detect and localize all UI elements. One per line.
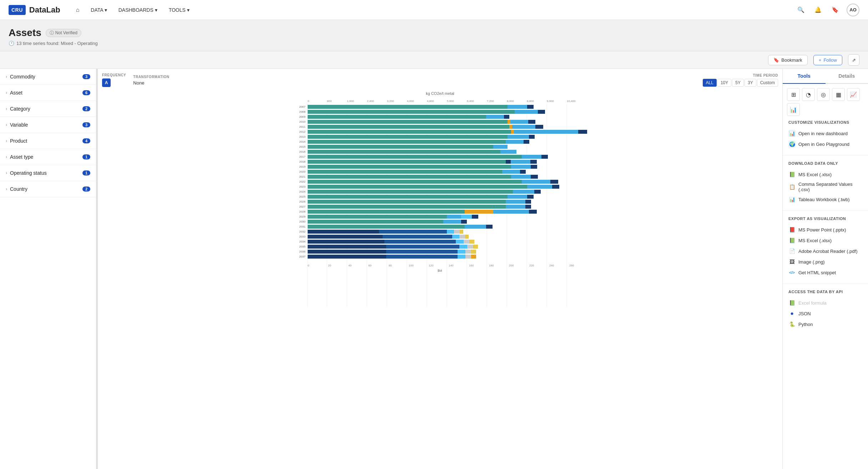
export-html[interactable]: </> Get HTML snippet xyxy=(788,267,862,278)
nav-tools[interactable]: TOOLS ▾ xyxy=(165,4,194,16)
svg-text:200: 200 xyxy=(509,264,514,267)
svg-text:2029: 2029 xyxy=(299,215,306,218)
tp-custom[interactable]: Custom xyxy=(757,79,778,87)
filter-asset-type[interactable]: › Asset type 1 xyxy=(0,149,96,165)
svg-text:4,000: 4,000 xyxy=(407,100,414,103)
api-excel-formula[interactable]: 📗 Excel formula xyxy=(788,297,862,308)
transformation-value: None xyxy=(133,80,169,86)
html-icon: </> xyxy=(788,269,796,276)
filter-variable[interactable]: › Variable 3 xyxy=(0,117,96,133)
tab-tools[interactable]: Tools xyxy=(783,69,826,84)
download-tableau[interactable]: 📊 Tableau Workbook (.twb) xyxy=(788,194,862,205)
vis-donut-icon[interactable]: ◎ xyxy=(817,88,830,101)
svg-rect-70 xyxy=(308,155,522,159)
svg-rect-46 xyxy=(308,125,509,129)
nav-home[interactable]: ⌂ xyxy=(72,4,84,16)
filter-product[interactable]: › Product 4 xyxy=(0,133,96,149)
nav-dashboards[interactable]: DASHBOARDS ▾ xyxy=(114,4,162,16)
svg-rect-165 xyxy=(458,255,465,259)
vis-pie-icon[interactable]: ◔ xyxy=(802,88,815,101)
svg-rect-147 xyxy=(456,240,464,244)
svg-rect-141 xyxy=(452,235,459,239)
svg-rect-151 xyxy=(308,245,386,249)
svg-text:2017: 2017 xyxy=(299,155,306,158)
filter-asset[interactable]: › Asset 6 xyxy=(0,85,96,101)
svg-rect-140 xyxy=(383,235,452,239)
svg-rect-131 xyxy=(486,225,493,229)
svg-rect-100 xyxy=(513,190,534,194)
transformation-label: TRANSFORMATION xyxy=(133,75,169,79)
svg-text:9,600: 9,600 xyxy=(547,100,554,103)
svg-text:0: 0 xyxy=(308,100,309,103)
svg-rect-123 xyxy=(472,215,478,219)
download-excel[interactable]: 📗 MS Excel (.xlsx) xyxy=(788,169,862,180)
export-excel[interactable]: 📗 MS Excel (.xlsx) xyxy=(788,235,862,246)
chevron-right-icon: › xyxy=(6,90,7,95)
sidebar: › Commodity 3 › Asset 6 › Category 2 › V… xyxy=(0,69,96,469)
svg-rect-76 xyxy=(511,160,530,164)
dashboard-icon: 📊 xyxy=(788,130,796,137)
vis-bar-icon[interactable]: ▦ xyxy=(832,88,845,101)
bookmark-nav-icon[interactable]: 🔖 xyxy=(829,4,841,16)
nav-data[interactable]: DATA ▾ xyxy=(86,4,111,16)
logo[interactable]: CRU DataLab xyxy=(9,5,60,15)
bookmark-button[interactable]: 🔖 Bookmark xyxy=(768,55,808,65)
bell-icon[interactable]: 🔔 xyxy=(812,4,824,16)
vis-line-icon[interactable]: 📈 xyxy=(847,88,860,101)
svg-rect-51 xyxy=(308,130,511,134)
svg-text:20: 20 xyxy=(328,264,331,267)
api-section: ACCESS THE DATA BY API 📗 Excel formula ●… xyxy=(783,285,868,334)
search-icon[interactable]: 🔍 xyxy=(795,4,807,16)
svg-text:100: 100 xyxy=(409,264,414,267)
filter-country[interactable]: › Country 2 xyxy=(0,181,96,197)
svg-text:160: 160 xyxy=(469,264,474,267)
svg-text:2037: 2037 xyxy=(299,255,306,258)
svg-text:120: 120 xyxy=(429,264,434,267)
tp-3y[interactable]: 3Y xyxy=(745,79,756,87)
svg-text:40: 40 xyxy=(348,264,352,267)
tp-5y[interactable]: 5Y xyxy=(732,79,744,87)
tp-10y[interactable]: 10Y xyxy=(717,79,731,87)
open-new-dashboard[interactable]: 📊 Open in new dashboard xyxy=(788,128,862,139)
download-csv[interactable]: 📋 Comma Separated Values (.csv) xyxy=(788,180,862,194)
info-icon: ⓘ xyxy=(50,30,54,36)
avatar[interactable]: AO xyxy=(847,4,859,16)
action-bar: 🔖 Bookmark + Follow ⇗ xyxy=(0,51,868,69)
frequency-badge[interactable]: A xyxy=(102,78,111,87)
vis-grid-icon[interactable]: ⊞ xyxy=(787,88,800,101)
svg-rect-153 xyxy=(459,245,467,249)
svg-text:2020: 2020 xyxy=(299,170,306,173)
customize-section: CUSTOMIZE VISUALIZATIONS 📊 Open in new d… xyxy=(783,116,868,154)
svg-rect-31 xyxy=(527,105,534,109)
filter-category[interactable]: › Category 2 xyxy=(0,101,96,117)
share-button[interactable]: ⇗ xyxy=(848,54,859,66)
download-section: DOWNLOAD DATA ONLY 📗 MS Excel (.xlsx) 📋 … xyxy=(783,157,868,209)
export-pptx[interactable]: 📕 MS Power Point (.pptx) xyxy=(788,224,862,235)
vis-combo-icon[interactable]: 📊 xyxy=(787,103,800,116)
open-geo-playground[interactable]: 🌍 Open in Geo Playground xyxy=(788,139,862,149)
excel2-icon: 📗 xyxy=(788,237,796,244)
svg-rect-118 xyxy=(529,210,537,214)
svg-rect-107 xyxy=(308,200,506,204)
export-pdf[interactable]: 📄 Adobe Acrobat Reader (.pdf) xyxy=(788,246,862,256)
chevron-right-icon: › xyxy=(6,170,7,175)
svg-rect-68 xyxy=(500,150,516,154)
svg-rect-60 xyxy=(308,140,506,144)
svg-text:800: 800 xyxy=(327,100,332,103)
svg-text:180: 180 xyxy=(489,264,494,267)
export-png[interactable]: 🖼 Image (.png) xyxy=(788,256,862,267)
tab-details[interactable]: Details xyxy=(826,69,868,84)
filter-operating-status[interactable]: › Operating status 1 xyxy=(0,165,96,181)
tp-all[interactable]: ALL xyxy=(703,79,717,87)
svg-rect-89 xyxy=(531,175,538,179)
api-python[interactable]: 🐍 Python xyxy=(788,319,862,330)
svg-rect-38 xyxy=(486,115,504,119)
svg-text:0: 0 xyxy=(308,264,309,267)
api-json[interactable]: ● JSON xyxy=(788,308,862,319)
svg-rect-112 xyxy=(506,205,525,209)
filter-commodity[interactable]: › Commodity 3 xyxy=(0,69,96,85)
svg-rect-160 xyxy=(465,250,471,254)
follow-button[interactable]: + Follow xyxy=(813,55,842,65)
svg-rect-37 xyxy=(308,115,486,119)
bar-chart: 0 800 1,600 2,400 3,200 4,000 4,800 5,60… xyxy=(115,97,778,318)
